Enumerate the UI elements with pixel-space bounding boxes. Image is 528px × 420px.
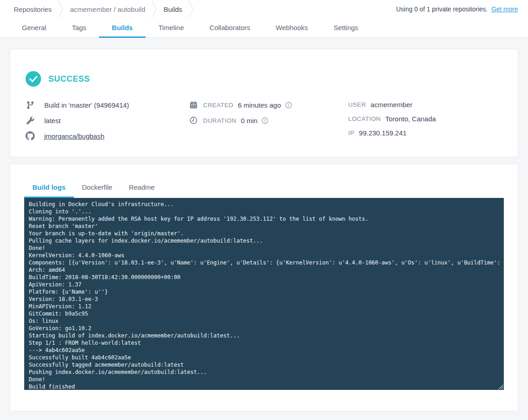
main-content: SUCCESS Build in 'master' (94969414) lat… bbox=[0, 38, 528, 411]
build-times-column: CREATED 6 minutes ago DURATION 0 min bbox=[189, 100, 348, 147]
log-tab-bar: Build logs Dockerfile Readme bbox=[24, 178, 504, 198]
user-value: acmemember bbox=[371, 101, 413, 109]
build-status-row: SUCCESS bbox=[26, 71, 502, 87]
wrench-icon bbox=[26, 117, 35, 124]
duration-label: DURATION bbox=[203, 117, 236, 124]
breadcrumb-repository[interactable]: acmemember / autobuild bbox=[64, 5, 151, 13]
repo-tab-bar: General Tags Builds Timeline Collaborato… bbox=[0, 18, 528, 38]
ip-value: 99.230.159.241 bbox=[359, 129, 407, 137]
get-more-link[interactable]: Get more bbox=[491, 5, 518, 13]
build-status-label: SUCCESS bbox=[48, 74, 90, 84]
quota-text: Using 0 of 1 private repositories. bbox=[396, 5, 488, 13]
info-icon[interactable] bbox=[285, 102, 292, 109]
build-tag-row: latest bbox=[26, 116, 189, 125]
breadcrumb: Repositories acmemember / autobuild Buil… bbox=[14, 0, 194, 18]
top-bar: Repositories acmemember / autobuild Buil… bbox=[0, 0, 528, 18]
build-source-column: Build in 'master' (94969414) latest jmor… bbox=[26, 100, 189, 147]
tab-readme[interactable]: Readme bbox=[120, 178, 163, 198]
created-value: 6 minutes ago bbox=[238, 101, 281, 109]
duration-value: 0 min bbox=[241, 117, 258, 124]
github-icon bbox=[26, 131, 35, 140]
user-label: USER bbox=[348, 101, 366, 108]
tab-tags[interactable]: Tags bbox=[59, 18, 99, 37]
build-source-text: Build in 'master' (94969414) bbox=[44, 101, 129, 109]
info-icon[interactable] bbox=[261, 117, 268, 124]
build-log-terminal[interactable]: Building in Docker Cloud's infrastructur… bbox=[24, 198, 504, 390]
created-row: CREATED 6 minutes ago bbox=[189, 100, 348, 109]
build-tag-text: latest bbox=[44, 117, 61, 124]
private-repo-quota: Using 0 of 1 private repositories. Get m… bbox=[396, 5, 518, 13]
tab-general[interactable]: General bbox=[9, 18, 59, 37]
terminal-container: Building in Docker Cloud's infrastructur… bbox=[24, 198, 504, 390]
location-row: LOCATION Toronto, Canada bbox=[348, 114, 502, 123]
tab-collaborators[interactable]: Collaborators bbox=[197, 18, 263, 37]
tab-settings[interactable]: Settings bbox=[321, 18, 371, 37]
tab-builds[interactable]: Builds bbox=[99, 18, 146, 37]
clock-icon bbox=[189, 116, 198, 124]
build-meta-grid: Build in 'master' (94969414) latest jmor… bbox=[26, 100, 502, 147]
chevron-right-icon bbox=[151, 0, 157, 18]
ip-label: IP bbox=[348, 130, 355, 136]
source-repo-link[interactable]: jmorganca/bugbash bbox=[44, 132, 105, 140]
breadcrumb-builds: Builds bbox=[157, 5, 188, 13]
build-logs-card: Build logs Dockerfile Readme Building in… bbox=[10, 164, 518, 411]
tab-dockerfile[interactable]: Dockerfile bbox=[74, 178, 121, 198]
git-branch-icon bbox=[26, 101, 35, 109]
breadcrumb-repositories[interactable]: Repositories bbox=[14, 5, 58, 13]
ip-row: IP 99.230.159.241 bbox=[348, 129, 502, 137]
tab-timeline[interactable]: Timeline bbox=[146, 18, 197, 37]
build-user-column: USER acmemember LOCATION Toronto, Canada… bbox=[348, 100, 502, 147]
chevron-right-icon bbox=[188, 0, 194, 18]
source-repo-row: jmorganca/bugbash bbox=[26, 131, 189, 140]
build-source-row: Build in 'master' (94969414) bbox=[26, 100, 189, 109]
resize-grip-icon[interactable] bbox=[498, 384, 503, 389]
location-label: LOCATION bbox=[348, 115, 381, 122]
user-row: USER acmemember bbox=[348, 100, 502, 109]
build-summary-card: SUCCESS Build in 'master' (94969414) lat… bbox=[10, 49, 518, 157]
duration-row: DURATION 0 min bbox=[189, 116, 348, 125]
tab-build-logs[interactable]: Build logs bbox=[24, 178, 74, 198]
calendar-icon bbox=[189, 101, 198, 109]
chevron-right-icon bbox=[58, 0, 64, 18]
tab-webhooks[interactable]: Webhooks bbox=[263, 18, 321, 37]
location-value: Toronto, Canada bbox=[385, 115, 436, 123]
created-label: CREATED bbox=[203, 102, 233, 109]
success-check-icon bbox=[26, 71, 41, 87]
